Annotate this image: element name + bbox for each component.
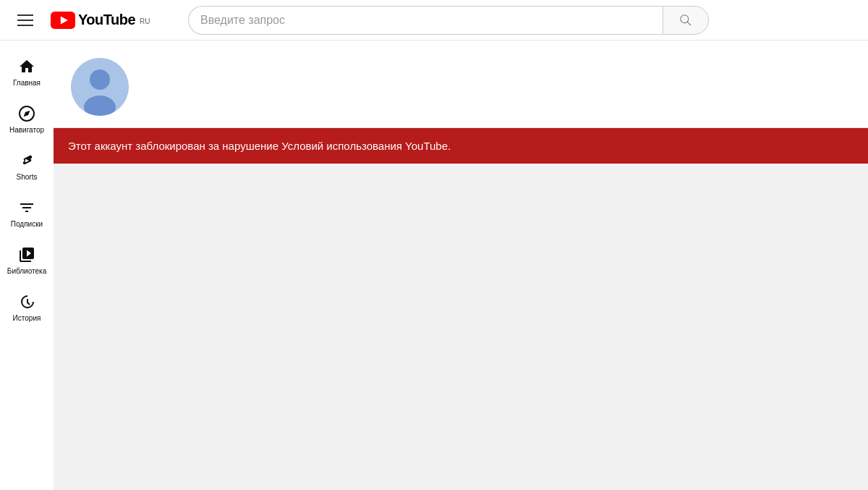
search-container (188, 6, 709, 35)
sidebar-item-history[interactable]: История (0, 284, 54, 331)
history-icon (18, 293, 35, 311)
sidebar-item-subscriptions[interactable]: Подписки (0, 190, 54, 237)
sidebar-item-history-label: История (13, 313, 41, 323)
hamburger-line (17, 20, 33, 21)
content-area (54, 164, 868, 381)
ban-message: Этот аккаунт заблокирован за нарушение У… (68, 140, 451, 152)
youtube-icon (51, 12, 75, 29)
svg-marker-3 (24, 111, 30, 117)
sidebar-item-subscriptions-label: Подписки (11, 219, 43, 229)
library-icon (18, 246, 35, 263)
header: YouTubeRU (0, 0, 868, 41)
compass-icon (18, 105, 35, 122)
search-icon (678, 13, 693, 28)
subscriptions-icon (18, 199, 35, 216)
header-left: YouTubeRU (12, 9, 185, 32)
search-input[interactable] (188, 6, 663, 35)
sidebar-item-shorts-label: Shorts (17, 172, 38, 182)
sidebar-item-explore[interactable]: Навигатор (0, 96, 54, 143)
menu-button[interactable] (12, 9, 39, 32)
hamburger-line (17, 25, 33, 26)
logo-link[interactable]: YouTubeRU (51, 12, 150, 29)
sidebar-item-explore-label: Навигатор (9, 125, 44, 135)
avatar-container (71, 58, 129, 116)
sidebar-item-library[interactable]: Библиотека (0, 237, 54, 284)
hamburger-line (17, 14, 33, 16)
search-button[interactable] (663, 6, 709, 35)
home-icon (18, 58, 35, 75)
avatar (71, 58, 129, 116)
ban-notice: Этот аккаунт заблокирован за нарушение У… (54, 128, 868, 164)
svg-point-5 (90, 69, 110, 90)
sidebar-item-home[interactable]: Главная (0, 49, 54, 96)
channel-header (54, 41, 868, 128)
shorts-icon (18, 152, 35, 169)
sidebar-item-home-label: Главная (13, 78, 41, 88)
sidebar-item-shorts[interactable]: Shorts (0, 143, 54, 190)
youtube-logo (51, 12, 75, 29)
logo-region: RU (140, 17, 150, 25)
avatar-icon (71, 58, 129, 116)
logo-text: YouTube (78, 12, 135, 28)
sidebar: Главная Навигатор Shorts Подписки (0, 41, 54, 490)
main-content: Этот аккаунт заблокирован за нарушение У… (54, 41, 868, 490)
sidebar-item-library-label: Библиотека (7, 266, 46, 276)
